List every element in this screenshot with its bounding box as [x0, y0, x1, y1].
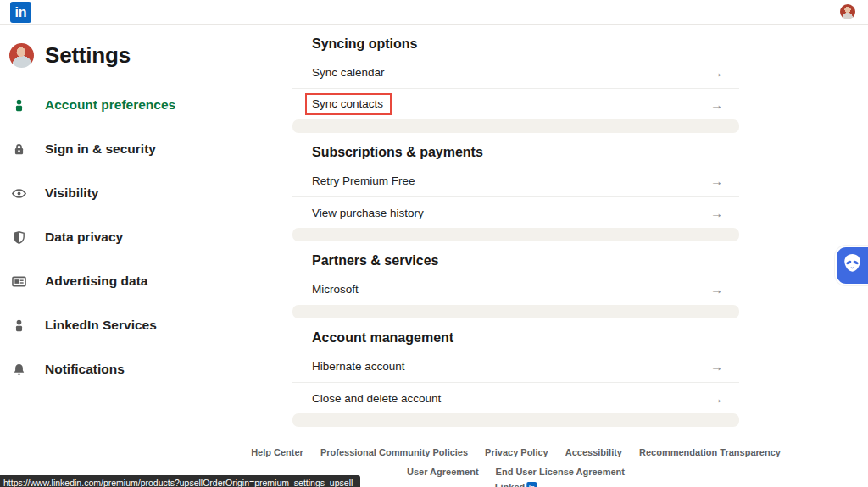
linkedin-footer-logo: Linked in: [495, 482, 537, 487]
page-title: Settings: [45, 42, 131, 69]
alien-icon: [841, 252, 864, 279]
row-label: Retry Premium Free: [312, 174, 415, 187]
sidebar-item-data-privacy[interactable]: Data privacy: [0, 215, 292, 259]
row-retry-premium-free[interactable]: Retry Premium Free →: [292, 165, 739, 196]
row-label: Hibernate account: [312, 360, 405, 373]
footer-logo-text: Linked: [495, 482, 525, 487]
section-title: Account management: [292, 318, 739, 351]
footer-link-help-center[interactable]: Help Center: [251, 447, 303, 457]
sidebar-item-label: Visibility: [45, 185, 98, 201]
row-view-purchase-history[interactable]: View purchase history →: [292, 196, 739, 228]
sidebar-item-label: Data privacy: [45, 230, 123, 245]
row-label: Sync calendar: [312, 66, 385, 79]
sidebar-item-linkedin-services[interactable]: LinkedIn Services: [0, 303, 292, 347]
bell-icon: [11, 362, 27, 378]
linkedin-logo[interactable]: in: [10, 2, 31, 23]
profile-avatar[interactable]: [840, 4, 855, 19]
section-title: Subscriptions & payments: [292, 133, 739, 165]
row-sync-calendar[interactable]: Sync calendar →: [292, 57, 739, 88]
arrow-right-icon: →: [710, 360, 723, 373]
section-account-management: Account management Hibernate account → C…: [292, 318, 739, 413]
footer-links-row: Help Center Professional Community Polic…: [292, 447, 739, 457]
sidebar-item-label: Account preferences: [45, 97, 175, 113]
arrow-right-icon: →: [710, 283, 723, 296]
sidebar-item-label: Sign in & security: [45, 141, 156, 157]
sidebar-item-sign-in-security[interactable]: Sign in & security: [0, 127, 292, 171]
linkedin-logo: in: [526, 482, 537, 487]
person-icon: [11, 97, 27, 113]
sidebar-item-advertising-data[interactable]: Advertising data: [0, 259, 292, 303]
footer-link-recommendation-transparency[interactable]: Recommendation Transparency: [639, 447, 781, 457]
settings-sidebar: Settings Account preferences Sign in & s…: [0, 25, 292, 391]
footer-link-accessibility[interactable]: Accessibility: [565, 447, 622, 457]
row-close-delete-account[interactable]: Close and delete account →: [292, 382, 739, 413]
settings-nav: Account preferences Sign in & security V…: [0, 83, 292, 391]
sidebar-item-label: Notifications: [45, 362, 125, 377]
extension-widget-button[interactable]: [835, 246, 868, 285]
top-navigation-bar: in: [0, 0, 868, 25]
row-hibernate-account[interactable]: Hibernate account →: [292, 351, 739, 382]
shield-icon: [11, 230, 27, 246]
sidebar-item-visibility[interactable]: Visibility: [0, 171, 292, 215]
footer-link-user-agreement[interactable]: User Agreement: [407, 467, 479, 477]
row-label: Close and delete account: [312, 392, 441, 405]
row-sync-contacts[interactable]: Sync contacts →: [292, 88, 739, 119]
sidebar-item-account-preferences[interactable]: Account preferences: [0, 83, 292, 127]
settings-header: Settings: [0, 25, 292, 69]
eye-icon: [11, 185, 27, 202]
section-title: Syncing options: [292, 25, 739, 57]
user-avatar: [9, 43, 34, 68]
arrow-right-icon: →: [710, 392, 723, 405]
row-label: Microsoft: [312, 283, 359, 296]
section-title: Partners & services: [292, 241, 739, 274]
section-subscriptions-payments: Subscriptions & payments Retry Premium F…: [292, 133, 739, 228]
arrow-right-icon: →: [710, 98, 723, 111]
lock-icon: [11, 141, 27, 158]
section-syncing-options: Syncing options Sync calendar → Sync con…: [292, 25, 739, 119]
row-label: View purchase history: [312, 207, 424, 219]
arrow-right-icon: →: [710, 207, 723, 219]
footer-link-privacy-policy[interactable]: Privacy Policy: [485, 447, 548, 457]
footer-link-community-policies[interactable]: Professional Community Policies: [320, 447, 468, 457]
settings-content: Syncing options Sync calendar → Sync con…: [292, 25, 739, 427]
arrow-right-icon: →: [710, 66, 723, 79]
sidebar-item-label: LinkedIn Services: [45, 318, 157, 333]
sidebar-item-label: Advertising data: [45, 274, 147, 289]
ad-card-icon: [11, 274, 27, 290]
section-gap: [292, 413, 739, 427]
sidebar-item-notifications[interactable]: Notifications: [0, 347, 292, 391]
footer-link-end-user-license[interactable]: End User License Agreement: [496, 467, 625, 477]
annotation-highlight-box: Sync contacts: [305, 93, 392, 115]
row-microsoft[interactable]: Microsoft →: [292, 274, 739, 305]
browser-status-url: https://www.linkedin.com/premium/product…: [0, 475, 360, 487]
arrow-right-icon: →: [710, 174, 723, 187]
section-gap: [292, 119, 739, 133]
section-partners-services: Partners & services Microsoft →: [292, 241, 739, 305]
person-icon: [11, 318, 27, 334]
section-gap: [292, 305, 739, 318]
section-gap: [292, 228, 739, 241]
footer: Help Center Professional Community Polic…: [292, 447, 739, 477]
